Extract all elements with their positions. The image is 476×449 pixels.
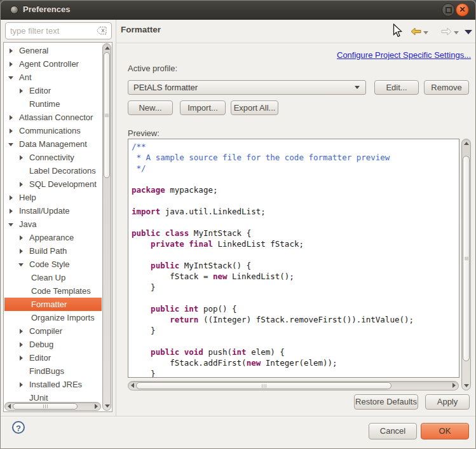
expand-arrow-icon[interactable]: [8, 195, 17, 201]
help-button[interactable]: ?: [12, 421, 25, 434]
restore-defaults-button[interactable]: Restore Defaults: [354, 394, 418, 410]
tree-item-ant[interactable]: Ant: [4, 71, 102, 84]
collapse-arrow-icon[interactable]: [18, 261, 27, 268]
tree-item-label: Organize Imports: [31, 313, 95, 322]
back-history-arrow-icon[interactable]: [423, 31, 428, 34]
tree-item-data-management[interactable]: Data Management: [4, 137, 102, 151]
scroll-up-icon[interactable]: [464, 142, 469, 145]
tree-item-agent-controller[interactable]: Agent Controller: [4, 57, 102, 71]
forward-history-arrow-icon[interactable]: [454, 31, 459, 34]
collapse-arrow-icon[interactable]: [8, 141, 17, 148]
close-button[interactable]: ✕: [456, 3, 469, 17]
scroll-down-icon[interactable]: [464, 384, 469, 387]
expand-arrow-icon[interactable]: [18, 155, 27, 161]
tree-item-label: Clean Up: [31, 273, 65, 282]
code-line: public void push(int elem) {: [132, 347, 459, 357]
collapse-arrow-icon[interactable]: [8, 221, 17, 228]
tree-item-debug[interactable]: Debug: [4, 338, 102, 351]
profile-combobox[interactable]: PEtALS formatter: [128, 80, 366, 95]
expand-arrow-icon[interactable]: [18, 181, 27, 188]
expand-arrow-icon[interactable]: [8, 61, 17, 67]
tree-item-connectivity[interactable]: Connectivity: [4, 151, 102, 164]
expand-arrow-icon[interactable]: [18, 88, 27, 94]
expand-arrow-icon[interactable]: [18, 382, 27, 388]
expand-arrow-icon[interactable]: [8, 208, 17, 214]
tree-item-label: Formatter: [31, 300, 67, 309]
scrollbar-grip: [43, 404, 48, 408]
edit-button[interactable]: Edit...: [374, 80, 419, 95]
tree-item-code-style[interactable]: Code Style: [4, 258, 102, 271]
configure-project-settings-link[interactable]: Configure Project Specific Settings...: [337, 50, 471, 60]
code-line: fStack.addFirst(new Integer(elem));: [132, 357, 459, 368]
maximize-button[interactable]: [442, 3, 455, 17]
tree-item-editor[interactable]: Editor: [4, 351, 102, 364]
apply-button[interactable]: Apply: [425, 394, 470, 410]
expand-arrow-icon[interactable]: [8, 128, 17, 134]
tree-item-compiler[interactable]: Compiler: [4, 324, 102, 338]
tree-item-appearance[interactable]: Appearance: [4, 231, 102, 244]
expand-arrow-icon[interactable]: [18, 355, 27, 361]
tree-item-label-decorations[interactable]: Label Decorations: [4, 164, 102, 177]
titlebar[interactable]: Preferences ✕: [0, 0, 476, 20]
export-all-button[interactable]: Export All...: [231, 100, 278, 115]
expand-arrow-icon[interactable]: [8, 114, 17, 121]
tree-item-communications[interactable]: Communications: [4, 124, 102, 137]
code-token: Integer(elem));: [261, 358, 337, 368]
expand-arrow-icon[interactable]: [18, 342, 27, 348]
tree-vertical-scrollbar[interactable]: [102, 43, 111, 411]
tree-item-build-path[interactable]: Build Path: [4, 244, 102, 258]
tree-item-general[interactable]: General: [4, 44, 102, 57]
tree-item-code-templates[interactable]: Code Templates: [4, 284, 102, 298]
expand-arrow-icon[interactable]: [18, 328, 27, 335]
tree-item-findbugs[interactable]: FindBugs: [4, 364, 102, 378]
expand-arrow-icon[interactable]: [18, 235, 27, 241]
tree-item-junit[interactable]: JUnit: [4, 391, 102, 401]
tree-item-formatter[interactable]: Formatter: [4, 298, 102, 311]
clear-filter-icon[interactable]: [97, 27, 107, 34]
tree-item-clean-up[interactable]: Clean Up: [4, 271, 102, 284]
tree-scrollbar-thumb[interactable]: [104, 52, 110, 178]
preview-vertical-scrollbar[interactable]: [461, 139, 471, 390]
tree-item-install-update[interactable]: Install/Update: [4, 204, 102, 218]
tree-item-help[interactable]: Help: [4, 191, 102, 204]
expand-arrow-icon[interactable]: [18, 248, 27, 254]
scroll-up-icon[interactable]: [105, 46, 110, 50]
scroll-right-icon[interactable]: [452, 383, 456, 388]
tree-item-runtime[interactable]: Runtime: [4, 97, 102, 111]
import-button[interactable]: Import...: [180, 100, 226, 115]
preview-area[interactable]: /** * A sample source file for the code …: [128, 139, 459, 378]
tree-item-label: Ant: [19, 73, 32, 82]
back-button[interactable]: [411, 27, 421, 36]
filter-input[interactable]: [5, 22, 112, 39]
expand-arrow-icon[interactable]: [8, 48, 17, 54]
tree-item-editor[interactable]: Editor: [4, 84, 102, 97]
question-mark-icon: ?: [16, 424, 21, 433]
preview-scrollbar-thumb[interactable]: [463, 156, 470, 361]
combobox-arrow-icon: [355, 86, 360, 89]
scroll-left-icon[interactable]: [8, 404, 11, 409]
forward-button[interactable]: [441, 27, 452, 36]
tree-item-sql-development[interactable]: SQL Development: [4, 177, 102, 191]
ok-button[interactable]: OK: [421, 423, 469, 439]
cancel-button[interactable]: Cancel: [369, 423, 417, 439]
code-token: void: [184, 347, 203, 357]
panel-sash[interactable]: [116, 20, 116, 416]
tree-item-java[interactable]: Java: [4, 218, 102, 231]
code-token: public: [132, 228, 160, 238]
tree-item-atlassian-connector[interactable]: Atlassian Connector: [4, 111, 102, 124]
tree-hscrollbar-thumb[interactable]: [13, 403, 78, 410]
preview-hscrollbar-thumb[interactable]: [136, 382, 391, 389]
code-token: class: [165, 228, 189, 238]
profile-combobox-value: PEtALS formatter: [133, 83, 198, 92]
scroll-down-icon[interactable]: [105, 404, 110, 408]
tree-item-organize-imports[interactable]: Organize Imports: [4, 311, 102, 324]
remove-button[interactable]: Remove: [424, 80, 469, 95]
preview-horizontal-scrollbar[interactable]: [128, 381, 459, 390]
tree-item-installed-jres[interactable]: Installed JREs: [4, 378, 102, 391]
tree-horizontal-scrollbar[interactable]: [4, 402, 101, 411]
view-menu-icon[interactable]: [465, 30, 472, 34]
scroll-right-icon[interactable]: [95, 404, 98, 409]
scroll-left-icon[interactable]: [131, 383, 134, 388]
new-button[interactable]: New...: [128, 100, 173, 115]
collapse-arrow-icon[interactable]: [8, 74, 17, 81]
